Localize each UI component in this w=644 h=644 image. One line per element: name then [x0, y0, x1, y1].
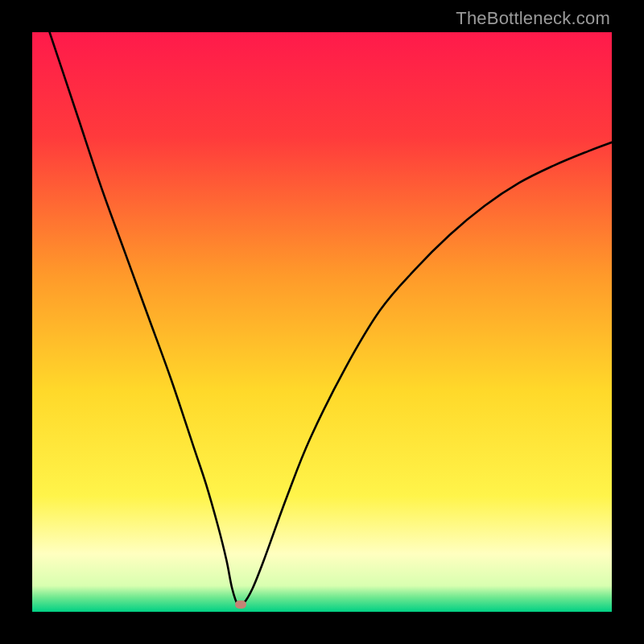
watermark-text: TheBottleneck.com [456, 8, 610, 29]
chart-frame: TheBottleneck.com [0, 0, 644, 644]
curve-layer [32, 32, 612, 612]
plot-area [32, 32, 612, 612]
bottleneck-curve [50, 32, 612, 606]
optimal-point-marker [235, 601, 246, 609]
